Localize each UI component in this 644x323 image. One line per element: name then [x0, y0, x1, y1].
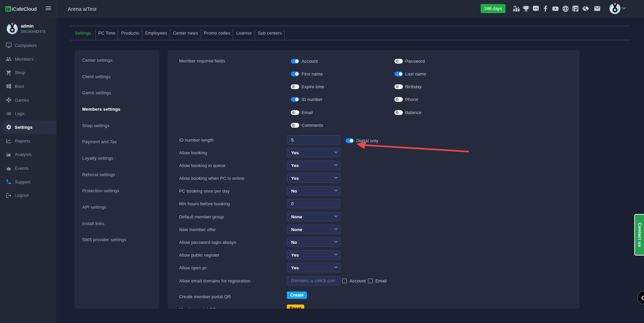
- svg-text:PLATINUM: PLATINUM: [9, 23, 15, 25]
- svg-text:PLATINUM: PLATINUM: [612, 3, 618, 5]
